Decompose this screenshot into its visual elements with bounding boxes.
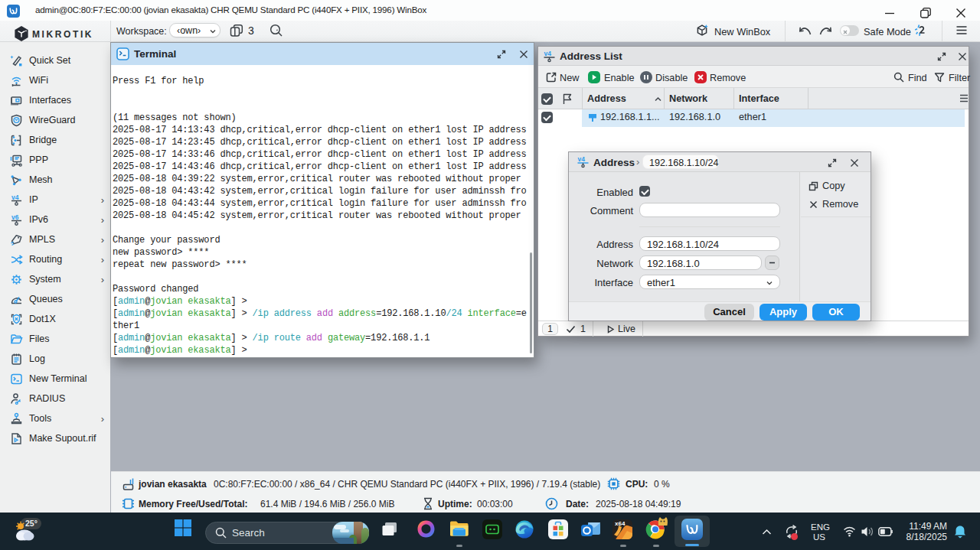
svg-text:v4: v4 <box>544 50 552 57</box>
svg-text:v4: v4 <box>578 155 586 163</box>
svg-text:v4: v4 <box>11 194 19 201</box>
svg-text:v6: v6 <box>11 213 19 221</box>
